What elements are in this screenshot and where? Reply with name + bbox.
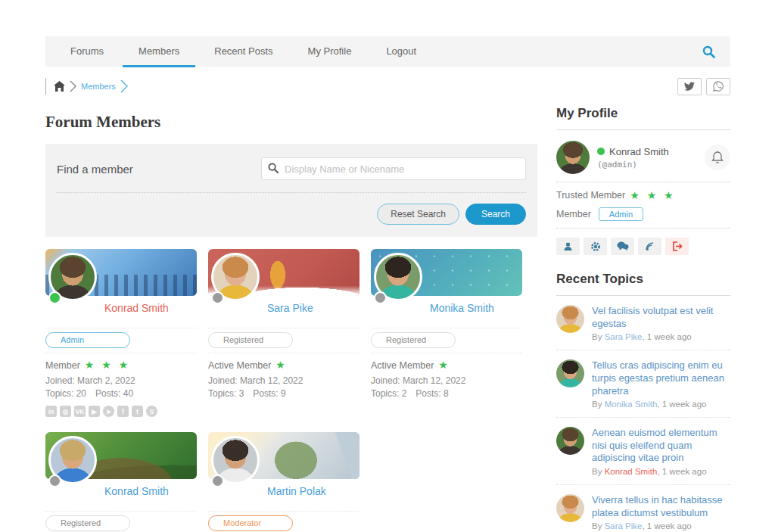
by-label: By bbox=[592, 332, 605, 341]
chevron-right-icon bbox=[70, 80, 76, 92]
topics-count: Topics: 20 bbox=[45, 388, 86, 399]
nav-tab-recent-posts[interactable]: Recent Posts bbox=[197, 36, 290, 67]
avatar[interactable] bbox=[556, 141, 590, 174]
rank-label: Active Member bbox=[371, 360, 434, 371]
nav-tab-logout[interactable]: Logout bbox=[369, 36, 434, 67]
member-name-link[interactable]: Monika Smith bbox=[430, 302, 494, 314]
member-card: Monika Smith Registered Active Member★ J… bbox=[371, 249, 522, 417]
topic-item: Aenean euismod elementum nisi quis eleif… bbox=[556, 427, 730, 485]
trusted-member-label: Trusted Member bbox=[556, 190, 625, 201]
by-label: By bbox=[592, 521, 605, 530]
topic-meta: , 1 week ago bbox=[642, 521, 691, 530]
find-member-label: Find a member bbox=[57, 163, 261, 176]
member-search-panel: Find a member Reset Search Search bbox=[45, 144, 537, 237]
rank-stars: ★ bbox=[275, 359, 288, 371]
posts-count: Posts: 8 bbox=[416, 388, 448, 399]
posts-count: Posts: 9 bbox=[253, 388, 285, 399]
divider bbox=[556, 228, 730, 229]
topic-item: Tellus cras adipiscing enim eu turpis eg… bbox=[556, 359, 730, 418]
profile-nicename: (@admin) bbox=[597, 160, 669, 170]
telegram-icon[interactable]: ➤ bbox=[103, 406, 114, 417]
topic-author-link[interactable]: Konrad Smith bbox=[605, 467, 658, 476]
linkedin-icon[interactable]: in bbox=[45, 406, 57, 417]
divider bbox=[556, 182, 730, 182]
member-name-link[interactable]: Konrad Smith bbox=[104, 302, 169, 314]
logout-icon[interactable] bbox=[665, 238, 689, 255]
online-status-dot bbox=[374, 291, 387, 304]
messages-icon[interactable] bbox=[611, 238, 634, 255]
twitter-share-button[interactable] bbox=[677, 78, 702, 95]
topic-title-link[interactable]: Tellus cras adipiscing enim eu turpis eg… bbox=[592, 359, 730, 397]
role-badge: Registered bbox=[45, 515, 130, 531]
topic-title-link[interactable]: Vel facilisis volutpat est velit egestas bbox=[592, 305, 730, 330]
member-name-link[interactable]: Konrad Smith bbox=[104, 485, 169, 497]
member-name-link[interactable]: Martin Polak bbox=[267, 485, 326, 497]
nav-tab-members[interactable]: Members bbox=[121, 36, 197, 67]
profile-icon[interactable] bbox=[556, 238, 580, 255]
instagram-icon[interactable]: ◎ bbox=[60, 406, 71, 417]
notifications-bell-icon[interactable] bbox=[705, 145, 730, 170]
avatar[interactable] bbox=[556, 494, 584, 522]
joined-date: Joined: March 12, 2022 bbox=[208, 375, 359, 387]
topic-meta: , 1 week ago bbox=[657, 467, 706, 476]
topics-count: Topics: 2 bbox=[371, 388, 406, 399]
joined-date: Joined: March 2, 2022 bbox=[45, 375, 197, 387]
avatar[interactable] bbox=[556, 427, 584, 455]
vk-icon[interactable]: VK bbox=[74, 406, 86, 417]
profile-summary: Konrad Smith (@admin) bbox=[556, 141, 730, 174]
search-button[interactable]: Search bbox=[465, 204, 526, 225]
topic-item: Vel facilisis volutpat est velit egestas… bbox=[556, 305, 730, 350]
nav-tab-forums[interactable]: Forums bbox=[53, 36, 121, 67]
breadcrumb: Members bbox=[45, 76, 730, 96]
rank-stars: ★ ★ ★ bbox=[85, 359, 130, 371]
social-icons-row: in ◎ VK ▶ ➤ f t S bbox=[45, 406, 197, 417]
breadcrumb-divider bbox=[45, 78, 46, 95]
avatar[interactable] bbox=[556, 305, 584, 333]
topic-title-link[interactable]: Viverra tellus in hac habitasse platea d… bbox=[592, 494, 730, 519]
sidebar: My Profile Konrad Smith (@admin) Trusted… bbox=[556, 106, 730, 532]
topic-item: Viverra tellus in hac habitasse platea d… bbox=[556, 494, 730, 532]
topic-author-link[interactable]: Sara Pike bbox=[605, 332, 643, 341]
member-card: Konrad Smith Registered Active Member★ J… bbox=[45, 432, 197, 532]
joined-date: Joined: March 12, 2022 bbox=[371, 375, 522, 387]
nav-tab-my-profile[interactable]: My Profile bbox=[291, 36, 369, 67]
member-search-input[interactable] bbox=[261, 157, 526, 180]
panel-divider bbox=[57, 192, 526, 193]
settings-gear-icon[interactable] bbox=[584, 238, 607, 255]
member-card: Konrad Smith Admin Member★ ★ ★ Joined: M… bbox=[45, 249, 197, 417]
topic-meta: , 1 week ago bbox=[642, 332, 691, 341]
facebook-icon[interactable]: f bbox=[117, 406, 129, 417]
topic-title-link[interactable]: Aenean euismod elementum nisi quis eleif… bbox=[592, 427, 730, 465]
admin-badge: Admin bbox=[599, 207, 643, 221]
skype-icon[interactable]: S bbox=[146, 406, 157, 417]
topic-author-link[interactable]: Monika Smith bbox=[605, 400, 658, 409]
subscriptions-rss-icon[interactable] bbox=[638, 238, 661, 255]
role-badge: Admin bbox=[45, 332, 130, 348]
whatsapp-share-button[interactable] bbox=[706, 78, 730, 95]
main-nav: Forums Members Recent Posts My Profile L… bbox=[45, 36, 730, 67]
profile-name[interactable]: Konrad Smith bbox=[609, 146, 669, 157]
member-card: Sara Pike Registered Active Member★ Join… bbox=[208, 249, 359, 417]
posts-count: Posts: 40 bbox=[95, 388, 133, 399]
online-status-dot bbox=[211, 474, 224, 487]
recent-topics-heading: Recent Topics bbox=[556, 272, 730, 296]
member-name-link[interactable]: Sara Pike bbox=[267, 302, 313, 314]
breadcrumb-members-link[interactable]: Members bbox=[81, 82, 116, 91]
topics-count: Topics: 3 bbox=[208, 388, 244, 399]
topic-author-link[interactable]: Sara Pike bbox=[605, 521, 643, 530]
search-icon bbox=[268, 163, 279, 173]
topic-meta: , 1 week ago bbox=[657, 400, 706, 409]
avatar[interactable] bbox=[556, 359, 584, 387]
online-status-dot bbox=[48, 474, 61, 487]
reset-search-button[interactable]: Reset Search bbox=[377, 204, 459, 225]
member-card: Martin Polak Moderator Member★ Joined: M… bbox=[208, 432, 359, 532]
twitter-icon[interactable]: t bbox=[132, 406, 143, 417]
youtube-icon[interactable]: ▶ bbox=[89, 406, 100, 417]
home-icon[interactable] bbox=[54, 81, 65, 92]
online-status-dot bbox=[48, 291, 61, 304]
rank-stars: ★ ★ ★ bbox=[630, 189, 675, 201]
search-icon[interactable] bbox=[695, 42, 723, 61]
role-badge: Registered bbox=[208, 332, 293, 348]
online-status-dot bbox=[597, 148, 605, 155]
role-badge: Registered bbox=[371, 332, 456, 348]
